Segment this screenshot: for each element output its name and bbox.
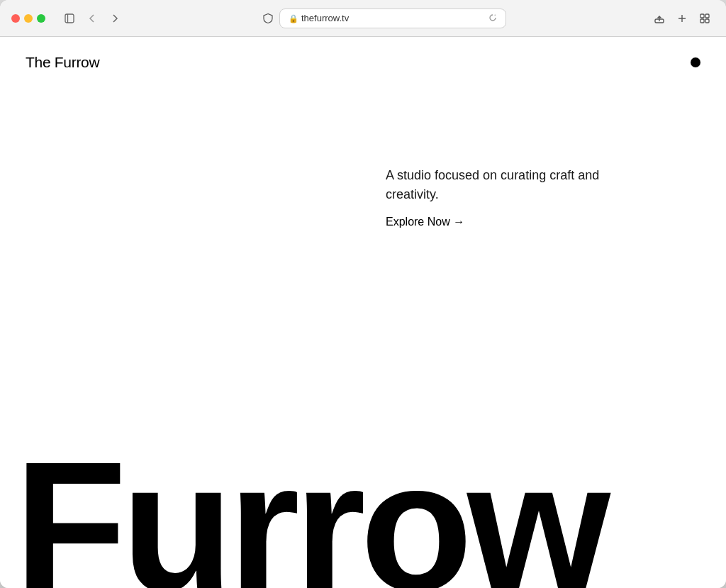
svg-rect-6 bbox=[705, 14, 709, 18]
reload-icon[interactable] bbox=[488, 12, 497, 25]
website-content: The Furrow A studio focused on curating … bbox=[0, 37, 726, 588]
svg-rect-8 bbox=[705, 19, 709, 23]
hero-tagline: A studio focused on curating craft and c… bbox=[386, 166, 627, 204]
address-bar-wrapper: 🔒 thefurrow.tv bbox=[133, 9, 635, 28]
close-button[interactable] bbox=[11, 14, 20, 23]
new-tab-button[interactable] bbox=[672, 11, 692, 26]
url-text: thefurrow.tv bbox=[301, 13, 349, 23]
giant-brand-text: Furrow bbox=[0, 443, 726, 588]
giant-text-wrapper: Furrow bbox=[0, 443, 726, 588]
browser-window: 🔒 thefurrow.tv bbox=[0, 0, 726, 588]
fullscreen-button[interactable] bbox=[37, 14, 45, 23]
sidebar-toggle-button[interactable] bbox=[60, 11, 79, 26]
grid-view-button[interactable] bbox=[695, 11, 715, 26]
browser-controls bbox=[60, 11, 125, 26]
site-nav: The Furrow bbox=[0, 37, 726, 88]
svg-rect-5 bbox=[700, 14, 704, 18]
hero-area: A studio focused on curating craft and c… bbox=[0, 88, 726, 588]
traffic-lights bbox=[11, 14, 45, 23]
svg-rect-0 bbox=[65, 14, 74, 23]
browser-chrome: 🔒 thefurrow.tv bbox=[0, 0, 726, 37]
favicon-icon: 🔒 bbox=[289, 14, 297, 23]
forward-button[interactable] bbox=[105, 11, 125, 26]
minimize-button[interactable] bbox=[24, 14, 33, 23]
explore-now-link[interactable]: Explore Now → bbox=[386, 216, 464, 228]
back-button[interactable] bbox=[82, 11, 102, 26]
hero-text-block: A studio focused on curating craft and c… bbox=[386, 166, 627, 228]
share-button[interactable] bbox=[649, 11, 669, 26]
svg-rect-7 bbox=[700, 19, 704, 23]
address-bar[interactable]: 🔒 thefurrow.tv bbox=[279, 9, 506, 28]
shield-icon bbox=[262, 13, 274, 24]
browser-actions bbox=[649, 11, 715, 26]
nav-menu-dot[interactable] bbox=[691, 57, 700, 67]
site-logo: The Furrow bbox=[26, 54, 99, 71]
